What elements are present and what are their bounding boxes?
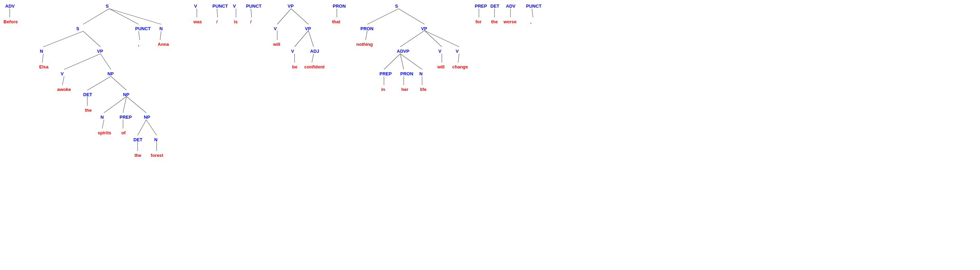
tree-lines bbox=[0, 0, 980, 270]
node-v_change_label: V bbox=[456, 49, 459, 54]
node-v_will1_label: V bbox=[274, 26, 277, 31]
svg-line-41 bbox=[425, 30, 459, 47]
node-adv_worse_label: ADV bbox=[506, 3, 515, 9]
node-word_was: was bbox=[193, 19, 202, 24]
node-punct3_label: PUNCT bbox=[526, 3, 542, 9]
node-np3: NP bbox=[144, 115, 150, 120]
node-word_nothing: nothing bbox=[356, 42, 373, 47]
node-vp4: VP bbox=[421, 26, 427, 31]
svg-line-17 bbox=[126, 96, 146, 113]
node-n_anna_label: N bbox=[159, 26, 162, 31]
node-word_confident: confident bbox=[304, 64, 325, 69]
svg-line-32 bbox=[309, 30, 313, 47]
svg-line-29 bbox=[291, 9, 309, 24]
node-n_forest_label: N bbox=[154, 137, 158, 142]
svg-line-9 bbox=[64, 54, 100, 69]
svg-line-44 bbox=[384, 54, 400, 69]
node-vp3: VP bbox=[305, 26, 311, 31]
svg-line-34 bbox=[312, 54, 313, 62]
node-det_the1_label: DET bbox=[83, 92, 92, 97]
node-adv_before_label: ADV bbox=[5, 3, 14, 9]
node-word_before: Before bbox=[3, 19, 18, 24]
node-v_be_label: V bbox=[291, 49, 294, 54]
node-pron_that_label: PRON bbox=[332, 3, 346, 9]
node-word_her: her bbox=[401, 87, 408, 92]
svg-line-53 bbox=[532, 9, 533, 18]
node-np2: NP bbox=[123, 92, 129, 97]
node-pron_her_label: PRON bbox=[400, 71, 414, 76]
svg-line-15 bbox=[104, 96, 126, 113]
node-punct2_label: PUNCT bbox=[246, 3, 262, 9]
svg-line-38 bbox=[366, 30, 368, 40]
svg-line-13 bbox=[111, 76, 126, 90]
node-word_change: change bbox=[452, 64, 468, 69]
node-s_child: S bbox=[76, 26, 80, 31]
svg-line-27 bbox=[251, 9, 251, 18]
node-word_the1: the bbox=[85, 108, 92, 113]
node-word_comma1: , bbox=[138, 42, 139, 47]
node-word_slash2: / bbox=[250, 19, 251, 24]
node-word_elsa: Elsa bbox=[39, 64, 49, 69]
node-np1: NP bbox=[107, 71, 114, 76]
node-n_elsa_label: N bbox=[40, 49, 43, 54]
svg-line-11 bbox=[62, 76, 64, 85]
node-det_the2_label: DET bbox=[134, 137, 142, 142]
node-v_will2_label: V bbox=[438, 49, 441, 54]
node-word_in: in bbox=[381, 87, 385, 92]
node-s2_root: S bbox=[395, 3, 398, 9]
svg-line-4 bbox=[138, 31, 140, 40]
svg-line-21 bbox=[146, 120, 157, 135]
node-vp2_root: VP bbox=[288, 3, 294, 9]
node-word_slash1: / bbox=[216, 19, 218, 24]
node-s_root: S bbox=[106, 3, 109, 9]
node-v_awoke_label: V bbox=[60, 71, 64, 76]
node-det_the3_label: DET bbox=[490, 3, 500, 9]
node-prep_of_label: PREP bbox=[119, 115, 132, 120]
node-n_spirits_label: N bbox=[100, 115, 103, 120]
svg-line-40 bbox=[425, 30, 442, 47]
svg-line-36 bbox=[368, 9, 399, 24]
svg-line-6 bbox=[43, 31, 83, 47]
node-prep_for_label: PREP bbox=[475, 3, 487, 9]
svg-line-28 bbox=[277, 9, 291, 24]
node-punct_comma1: PUNCT bbox=[135, 26, 151, 31]
node-advp1: ADVP bbox=[397, 49, 409, 54]
parse-tree: ADVBeforeSSPUNCTN,AnnaNVPElsaVNPawokeDET… bbox=[0, 0, 980, 270]
node-word_that: that bbox=[332, 19, 340, 24]
node-vp1: VP bbox=[97, 49, 103, 54]
node-prep_in_label: PREP bbox=[379, 71, 391, 76]
node-word_the2: the bbox=[134, 153, 142, 158]
node-word_forest: forest bbox=[151, 153, 163, 158]
node-adj_confident_label: ADJ bbox=[310, 49, 319, 54]
svg-line-16 bbox=[123, 96, 126, 113]
node-word_anna: Anna bbox=[158, 42, 169, 47]
svg-line-25 bbox=[217, 9, 218, 18]
node-word_will1: will bbox=[273, 42, 280, 47]
svg-line-45 bbox=[400, 54, 404, 69]
svg-line-10 bbox=[100, 54, 111, 69]
svg-line-8 bbox=[42, 54, 43, 62]
node-n_life_label: N bbox=[419, 71, 422, 76]
node-word_is: is bbox=[234, 19, 238, 24]
svg-line-31 bbox=[294, 30, 309, 47]
node-word_will2: will bbox=[438, 64, 445, 69]
node-pron_nothing_label: PRON bbox=[360, 26, 374, 31]
node-word_be: be bbox=[292, 64, 298, 69]
svg-line-2 bbox=[109, 9, 138, 24]
svg-line-43 bbox=[458, 54, 459, 62]
node-word_the3: the bbox=[491, 19, 498, 24]
svg-line-3 bbox=[109, 9, 161, 24]
svg-line-5 bbox=[160, 31, 161, 40]
node-punct1_label: PUNCT bbox=[212, 3, 228, 9]
svg-line-39 bbox=[400, 30, 425, 47]
node-v_is_label: V bbox=[233, 3, 236, 9]
svg-line-46 bbox=[400, 54, 422, 69]
svg-line-12 bbox=[88, 76, 111, 90]
svg-line-37 bbox=[399, 9, 425, 24]
svg-line-18 bbox=[102, 120, 104, 128]
node-word_spirits: spirits bbox=[98, 130, 111, 135]
node-word_life: life bbox=[420, 87, 426, 92]
node-word_worse: worse bbox=[504, 19, 517, 24]
svg-line-20 bbox=[138, 120, 146, 135]
svg-line-1 bbox=[83, 9, 109, 24]
